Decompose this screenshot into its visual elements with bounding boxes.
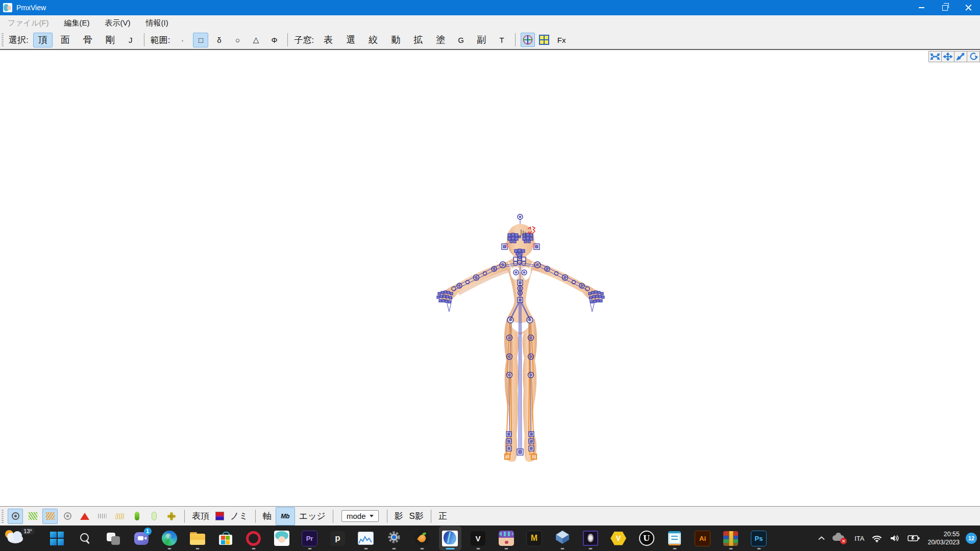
subwin-t-button[interactable]: T	[494, 33, 509, 47]
axis-gizmo-icon[interactable]	[521, 33, 535, 47]
front-vertex-toggle[interactable]: 表頂	[192, 510, 209, 522]
clock[interactable]: 20:55 20/03/2023	[926, 528, 961, 548]
taskbar-unreal-button[interactable]: U	[635, 526, 658, 550]
system-tray: ✕ ITA 20:55 20/03/2023 12	[817, 525, 977, 551]
taskbar-explorer-button[interactable]	[186, 526, 209, 550]
taskbar-edge-button[interactable]	[158, 526, 181, 550]
bottom-toolbar: 表頂 ノミ 軸 Mb エッジ mode 影 S影 正	[0, 506, 980, 525]
chevron-down-icon	[370, 515, 374, 517]
minimize-button[interactable]	[910, 0, 933, 15]
taskbar-photoshop-button[interactable]: Ps	[748, 526, 770, 550]
taskbar-settings-button[interactable]	[383, 526, 405, 550]
taskbar-premiere-button[interactable]: Pr	[299, 526, 321, 550]
taskbar-game-app-button[interactable]	[579, 526, 602, 550]
subwin-sub-button[interactable]: 副	[472, 33, 491, 47]
taskbar-task-view-button[interactable]	[102, 526, 125, 550]
subwin-paint-button[interactable]: 塗	[431, 33, 450, 47]
gray-vertex-icon[interactable]	[60, 509, 75, 524]
green-capsule-icon[interactable]	[129, 509, 144, 524]
taskbar-task-manager-button[interactable]	[355, 526, 377, 550]
taskbar-v-app-button[interactable]: V	[467, 526, 489, 550]
range-phi-button[interactable]: Φ	[266, 33, 282, 47]
zoom-view-icon[interactable]	[954, 51, 967, 62]
subwin-g-button[interactable]: G	[453, 33, 469, 47]
anime-app-icon	[499, 531, 514, 546]
wifi-icon[interactable]	[870, 528, 884, 548]
flower-icon[interactable]	[164, 509, 179, 524]
orange-hatch-icon[interactable]	[42, 509, 58, 524]
file-explorer-icon	[190, 532, 205, 545]
subwin-select-button[interactable]: 選	[341, 33, 360, 47]
menu-edit[interactable]: 編集(E)	[57, 15, 97, 31]
volume-icon[interactable]	[888, 528, 901, 548]
subwin-table-button[interactable]: 表	[318, 33, 338, 47]
range-rect-button[interactable]: □	[193, 33, 208, 47]
range-triangle-button[interactable]: △	[248, 33, 263, 47]
taskbar-illustrator-button[interactable]: Ai	[692, 526, 714, 550]
pale-capsule-icon[interactable]	[146, 509, 162, 524]
range-circle-button[interactable]: ○	[230, 33, 245, 47]
taskbar-anime-app-button[interactable]	[495, 526, 518, 550]
taskbar-p-app-button[interactable]: p	[327, 526, 349, 550]
select-vertex-button[interactable]: 頂	[33, 33, 53, 47]
subwin-expand-button[interactable]: 拡	[408, 33, 428, 47]
taskbar-opera-button[interactable]	[242, 526, 265, 550]
subwin-narrow-button[interactable]: 絞	[363, 33, 383, 47]
select-face-button[interactable]: 面	[56, 33, 75, 47]
mb-toggle[interactable]: Mb	[276, 507, 295, 525]
close-button[interactable]	[957, 0, 980, 15]
subwin-motion-button[interactable]: 動	[386, 33, 405, 47]
self-shadow-toggle[interactable]: S影	[409, 510, 424, 522]
taskbar-hex-v-app-button[interactable]: V	[607, 526, 630, 550]
menu-info[interactable]: 情報(I)	[138, 15, 176, 31]
range-dot-button[interactable]: ·	[175, 33, 190, 47]
taskbar-winrar-button[interactable]	[720, 526, 742, 550]
green-hatch-icon[interactable]	[25, 509, 40, 524]
weather-widget[interactable]: 13°	[3, 528, 36, 549]
select-bone-button[interactable]: 骨	[78, 33, 97, 47]
vertex-display-icon[interactable]	[8, 509, 23, 524]
quad-view-icon[interactable]	[537, 33, 551, 47]
p-app-icon: p	[330, 531, 345, 546]
taskbar-store-button[interactable]	[214, 526, 237, 550]
taskbar-fl-studio-button[interactable]	[411, 526, 433, 550]
edge-toggle[interactable]: エッジ	[299, 510, 326, 522]
axis-toggle[interactable]: 軸	[263, 510, 272, 522]
notification-count-badge[interactable]: 12	[966, 533, 977, 544]
restore-button[interactable]	[933, 0, 957, 15]
fl-studio-icon	[414, 531, 430, 546]
taskbar-miku-app-button[interactable]	[271, 526, 293, 550]
bottombar-grip[interactable]	[2, 510, 4, 523]
taskbar-notepad-button[interactable]	[664, 526, 686, 550]
fx-button[interactable]: Fx	[554, 33, 569, 47]
onedrive-error-icon[interactable]: ✕	[831, 528, 848, 548]
select-joint-button[interactable]: J	[123, 33, 138, 47]
orbit-view-icon[interactable]	[928, 51, 942, 62]
tan-hatch-icon[interactable]	[112, 509, 127, 524]
rotate-view-icon[interactable]	[967, 51, 980, 62]
battery-charging-icon[interactable]	[906, 528, 921, 548]
taskbar-virtualbox-button[interactable]	[551, 526, 574, 550]
shadow-toggle[interactable]: 影	[395, 510, 403, 522]
gray-hatch-icon[interactable]	[94, 509, 110, 524]
mode-dropdown[interactable]: mode	[341, 510, 379, 522]
red-triangle-icon[interactable]	[77, 509, 92, 524]
taskbar-start-button[interactable]	[46, 526, 68, 550]
range-delta-button[interactable]: δ	[211, 33, 227, 47]
taskbar-chat-button[interactable]: 1	[130, 526, 153, 550]
gear-icon	[387, 530, 401, 546]
tray-chevron-icon[interactable]	[817, 528, 826, 548]
language-indicator[interactable]: ITA	[853, 528, 866, 548]
pan-view-icon[interactable]	[941, 51, 954, 62]
toolbar-grip[interactable]	[2, 33, 4, 46]
taskbar-m-app-button[interactable]: M	[523, 526, 546, 550]
viewport-3d-canvas[interactable]: .bsq{fill:#7d7dd0;stroke:#3434a0;stroke-…	[0, 49, 980, 506]
taskbar-search-button[interactable]	[74, 526, 96, 550]
nomi-toggle[interactable]: ノミ	[230, 510, 248, 522]
front-view-toggle[interactable]: 正	[438, 510, 447, 522]
taskbar-pmx-editor-button-active[interactable]	[439, 526, 461, 550]
menu-file[interactable]: ファイル(F)	[0, 15, 57, 31]
menu-view[interactable]: 表示(V)	[97, 15, 138, 31]
vertex-color-swatch[interactable]	[215, 512, 224, 520]
select-rigid-button[interactable]: 剛	[101, 33, 120, 47]
